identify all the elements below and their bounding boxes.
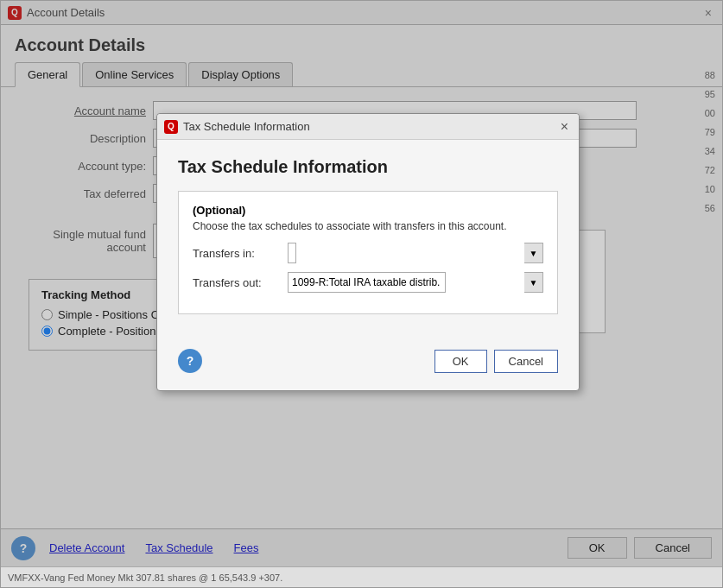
optional-label: (Optional) bbox=[193, 204, 543, 217]
dialog-title: Tax Schedule Information bbox=[183, 120, 310, 133]
dialog-close-button[interactable]: × bbox=[557, 119, 572, 135]
dialog-ok-button[interactable]: OK bbox=[434, 350, 487, 373]
dialog-help-button[interactable]: ? bbox=[178, 349, 202, 373]
transfers-in-row: Transfers in: ▼ bbox=[193, 243, 543, 263]
transfers-in-wrapper: ▼ bbox=[288, 243, 543, 263]
status-text: VMFXX-Vang Fed Money Mkt 307.81 shares @… bbox=[8, 572, 282, 583]
dialog-body: Tax Schedule Information (Optional) Choo… bbox=[157, 140, 579, 349]
optional-desc: Choose the tax schedules to associate wi… bbox=[193, 220, 543, 232]
transfers-in-select[interactable] bbox=[288, 243, 296, 263]
dialog-titlebar-left: Q Tax Schedule Information bbox=[164, 120, 310, 134]
dialog-heading: Tax Schedule Information bbox=[178, 157, 558, 177]
dialog-app-icon: Q bbox=[164, 120, 178, 134]
transfers-out-arrow: ▼ bbox=[524, 272, 543, 293]
transfers-out-row: Transfers out: 1099-R:Total IRA taxable … bbox=[193, 272, 543, 293]
transfers-out-label: Transfers out: bbox=[193, 276, 288, 289]
transfers-out-select[interactable]: 1099-R:Total IRA taxable distrib. bbox=[288, 272, 446, 293]
status-bar: VMFXX-Vang Fed Money Mkt 307.81 shares @… bbox=[1, 566, 722, 587]
tax-schedule-dialog: Q Tax Schedule Information × Tax Schedul… bbox=[156, 113, 580, 391]
dialog-optional-box: (Optional) Choose the tax schedules to a… bbox=[178, 191, 558, 314]
dialog-cancel-button[interactable]: Cancel bbox=[494, 350, 558, 373]
dialog-footer: ? OK Cancel bbox=[157, 349, 579, 390]
main-window: Q Account Details × Account Details Gene… bbox=[0, 0, 723, 588]
dialog-titlebar: Q Tax Schedule Information × bbox=[157, 114, 579, 140]
dialog-ok-cancel: OK Cancel bbox=[434, 350, 558, 373]
transfers-out-wrapper: 1099-R:Total IRA taxable distrib. ▼ bbox=[288, 272, 543, 293]
transfers-in-arrow: ▼ bbox=[524, 243, 543, 263]
transfers-in-label: Transfers in: bbox=[193, 247, 288, 260]
